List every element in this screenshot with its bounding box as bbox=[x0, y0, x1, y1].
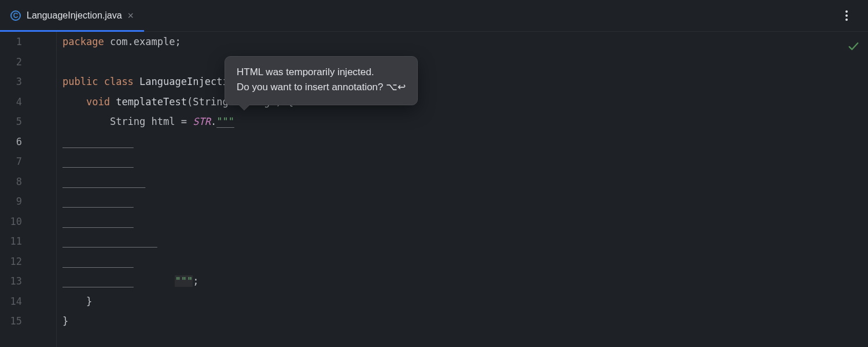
tooltip-line1: HTML was temporarily injected. bbox=[237, 65, 406, 80]
keyboard-shortcut: ⌥↩ bbox=[386, 82, 406, 93]
code-line[interactable]: <h1>\{message}</h1> bbox=[57, 231, 868, 252]
code-line[interactable]: <title>My Web Page</title> bbox=[57, 172, 868, 192]
code-line[interactable] bbox=[57, 52, 868, 72]
line-number: 4 bbox=[0, 96, 57, 108]
line-number: 11 bbox=[0, 235, 57, 247]
line-number: 6 bbox=[0, 136, 57, 147]
code-line[interactable]: </html>"""; bbox=[57, 271, 868, 291]
tooltip-line2: Do you want to insert annotation? ⌥↩ bbox=[237, 80, 406, 95]
line-number: 10 bbox=[0, 216, 57, 227]
code-line[interactable]: } bbox=[57, 291, 868, 312]
line-number: 3 bbox=[0, 76, 57, 87]
code-line[interactable]: </body> bbox=[57, 252, 868, 272]
line-number: 13 bbox=[0, 275, 57, 287]
code-line[interactable]: <body> bbox=[57, 212, 868, 232]
code-line[interactable]: </head> bbox=[57, 191, 868, 212]
line-number: 8 bbox=[0, 176, 57, 187]
line-number: 7 bbox=[0, 156, 57, 167]
code-line[interactable]: void templateTest(String message) { bbox=[57, 92, 868, 112]
line-number: 9 bbox=[0, 195, 57, 207]
kebab-menu-icon[interactable] bbox=[838, 7, 855, 24]
tab-bar: C LanguageInjection.java × bbox=[0, 0, 868, 32]
class-file-icon: C bbox=[10, 10, 21, 21]
code-line[interactable]: <html lang="en"> bbox=[57, 132, 868, 152]
code-line[interactable]: String html = STR.""" bbox=[57, 112, 868, 132]
injection-hint-tooltip[interactable]: HTML was temporarily injected. Do you wa… bbox=[225, 56, 418, 105]
line-number: 12 bbox=[0, 256, 57, 267]
code-editor[interactable]: HTML was temporarily injected. Do you wa… bbox=[0, 32, 868, 347]
line-number: 5 bbox=[0, 116, 57, 127]
code-line[interactable]: package com.example; bbox=[57, 32, 868, 52]
line-number: 14 bbox=[0, 296, 57, 307]
close-icon[interactable]: × bbox=[128, 10, 134, 22]
code-line[interactable]: <head> bbox=[57, 152, 868, 172]
tab-title: LanguageInjection.java bbox=[27, 10, 122, 21]
editor-tab[interactable]: C LanguageInjection.java × bbox=[0, 0, 144, 31]
line-number: 15 bbox=[0, 315, 57, 327]
code-line[interactable]: public class LanguageInjection { bbox=[57, 72, 868, 92]
line-number: 1 bbox=[0, 36, 57, 47]
code-line[interactable]: } bbox=[57, 311, 868, 331]
line-number: 2 bbox=[0, 56, 57, 68]
